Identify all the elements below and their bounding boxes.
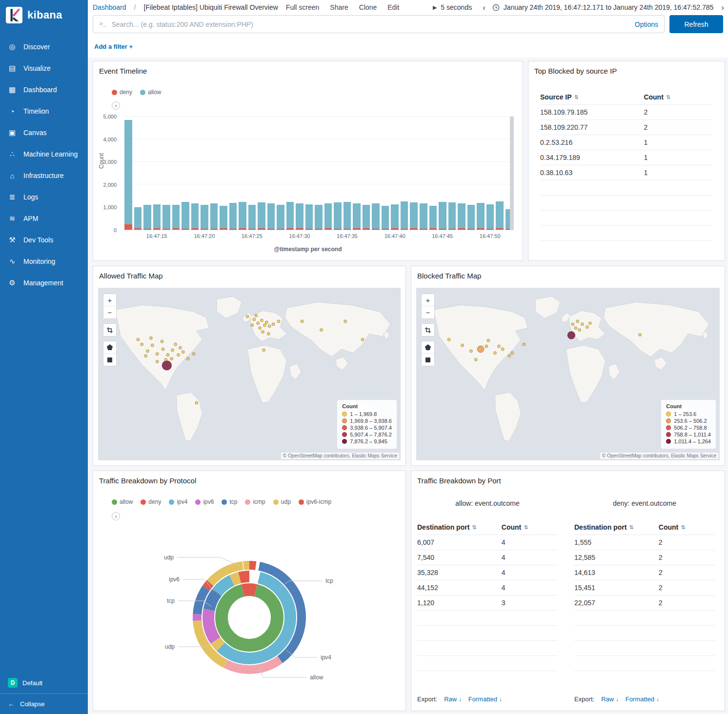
zoom-in-button[interactable]: + — [422, 294, 434, 306]
sidebar-item-dev-tools[interactable]: ⚒Dev Tools — [0, 229, 88, 251]
export-raw-link[interactable]: Raw ↓ — [444, 695, 462, 703]
column-header-destination-port[interactable]: Destination port⇅ — [417, 523, 502, 531]
legend-item-udp[interactable]: udp — [273, 498, 291, 505]
export-formatted-link[interactable]: Formatted ↓ — [626, 695, 659, 703]
timeline-bar[interactable] — [248, 117, 256, 230]
map-dot[interactable] — [253, 318, 256, 321]
legend-item-ipv6[interactable]: ipv6 — [195, 498, 214, 505]
options-link[interactable]: Options — [635, 20, 658, 28]
legend-collapse-button[interactable]: ∧ — [112, 512, 120, 520]
legend-item-deny[interactable]: deny — [141, 498, 161, 505]
timeline-bar[interactable] — [182, 117, 189, 230]
sidebar-item-dashboard[interactable]: ▦Dashboard — [0, 79, 88, 100]
export-raw-link[interactable]: Raw ↓ — [601, 695, 619, 703]
sidebar-item-canvas[interactable]: ▣Canvas — [0, 122, 88, 143]
menu-share[interactable]: Share — [330, 3, 348, 11]
legend-item-tcp[interactable]: tcp — [222, 498, 237, 505]
fit-bounds-button[interactable] — [103, 324, 116, 336]
map-dot[interactable] — [581, 323, 584, 326]
map-dot[interactable] — [571, 323, 574, 326]
map-dot[interactable] — [162, 348, 164, 351]
map-dot[interactable] — [268, 325, 271, 328]
sidebar-item-discover[interactable]: ◎Discover — [0, 36, 88, 58]
timeline-bar[interactable] — [467, 117, 475, 230]
map-dot[interactable] — [164, 358, 167, 361]
legend-item-ipv6-icmp[interactable]: ipv6-icmp — [299, 498, 331, 505]
draw-rectangle-button[interactable] — [103, 354, 116, 366]
map-dot[interactable] — [141, 343, 143, 346]
timeline-bar[interactable] — [210, 117, 218, 230]
map-dot[interactable] — [301, 320, 303, 323]
timeline-bar[interactable] — [458, 117, 465, 230]
map-dot[interactable] — [137, 338, 140, 341]
time-back-icon[interactable]: ‹ — [483, 3, 485, 12]
timeline-brush-handle[interactable] — [510, 117, 514, 230]
breadcrumb[interactable]: Dashboard — [93, 3, 126, 11]
map-dot[interactable] — [263, 324, 266, 327]
map-dot[interactable] — [469, 350, 472, 353]
timeline-bar[interactable] — [124, 117, 132, 230]
timeline-bar[interactable] — [143, 117, 151, 230]
map-dot[interactable] — [174, 343, 177, 346]
map-dot[interactable] — [586, 326, 588, 329]
map-dot[interactable] — [246, 315, 249, 318]
map-dot[interactable] — [186, 357, 189, 360]
map-dot[interactable] — [171, 349, 174, 352]
time-forward-icon[interactable]: › — [721, 3, 724, 12]
map-dot[interactable] — [576, 320, 579, 323]
map-dot[interactable] — [487, 339, 490, 342]
timeline-bar[interactable] — [401, 117, 408, 230]
kibana-logo[interactable]: kibana — [0, 0, 88, 28]
map-dot[interactable] — [166, 354, 169, 357]
column-header-count[interactable]: Count⇅ — [644, 93, 713, 101]
map-dot[interactable] — [588, 322, 591, 325]
map-dot[interactable] — [277, 320, 280, 323]
map-dot[interactable] — [494, 352, 497, 355]
timeline-bar[interactable] — [429, 117, 437, 230]
timeline-bar[interactable] — [486, 117, 494, 230]
legend-item-ipv4[interactable]: ipv4 — [169, 498, 187, 505]
sidebar-item-timelion[interactable]: ◔Timelion — [0, 100, 88, 122]
zoom-out-button[interactable]: − — [422, 306, 434, 318]
map-dot[interactable] — [567, 331, 575, 339]
map-dot[interactable] — [251, 324, 254, 327]
timeline-bar[interactable] — [296, 117, 303, 230]
legend-item-icmp[interactable]: icmp — [245, 498, 265, 505]
map-dot[interactable] — [320, 329, 323, 332]
map-dot[interactable] — [177, 354, 180, 357]
zoom-out-button[interactable]: − — [103, 306, 116, 318]
map-legend-item[interactable]: 1 – 1,969.8 — [342, 411, 392, 417]
column-header-count[interactable]: Count⇅ — [659, 523, 715, 531]
map-dot[interactable] — [508, 355, 511, 357]
map-dot[interactable] — [195, 401, 198, 404]
map-dot[interactable] — [265, 321, 268, 324]
map-dot[interactable] — [170, 357, 173, 360]
map-dot[interactable] — [574, 327, 577, 330]
timeline-bar[interactable] — [324, 117, 332, 230]
sidebar-item-logs[interactable]: ≣Logs — [0, 186, 88, 208]
blocked-map-body[interactable]: + − Count — [416, 288, 720, 460]
timeline-bar[interactable] — [172, 117, 180, 230]
export-formatted-link[interactable]: Formatted ↓ — [468, 695, 502, 703]
timeline-bar[interactable] — [382, 117, 389, 230]
map-legend-item[interactable]: 5,907.4 – 7,876.2 — [342, 432, 392, 437]
draw-polygon-button[interactable] — [422, 341, 434, 354]
menu-clone[interactable]: Clone — [359, 3, 377, 11]
column-header-destination-port[interactable]: Destination port⇅ — [574, 523, 659, 531]
timeline-bar[interactable] — [162, 117, 170, 230]
map-legend-item[interactable]: 253.6 – 506.2 — [666, 418, 711, 424]
map-legend-item[interactable]: 506.2 – 758.8 — [666, 425, 711, 431]
timeline-bar[interactable] — [496, 117, 504, 230]
map-dot[interactable] — [523, 343, 526, 346]
map-legend-item[interactable]: 1,969.8 – 3,938.6 — [342, 418, 392, 424]
time-range[interactable]: January 24th 2019, 16:47:12.171 to Janua… — [504, 3, 713, 11]
timeline-bar[interactable] — [448, 117, 456, 230]
timeline-bar[interactable] — [191, 117, 199, 230]
timeline-bar[interactable] — [477, 117, 485, 230]
map-dot[interactable] — [192, 353, 195, 356]
map-dot[interactable] — [156, 360, 159, 363]
map-dot[interactable] — [179, 346, 182, 349]
map-dot[interactable] — [262, 331, 264, 334]
sidebar-item-machine-learning[interactable]: ∴Machine Learning — [0, 143, 88, 165]
map-dot[interactable] — [501, 348, 504, 351]
